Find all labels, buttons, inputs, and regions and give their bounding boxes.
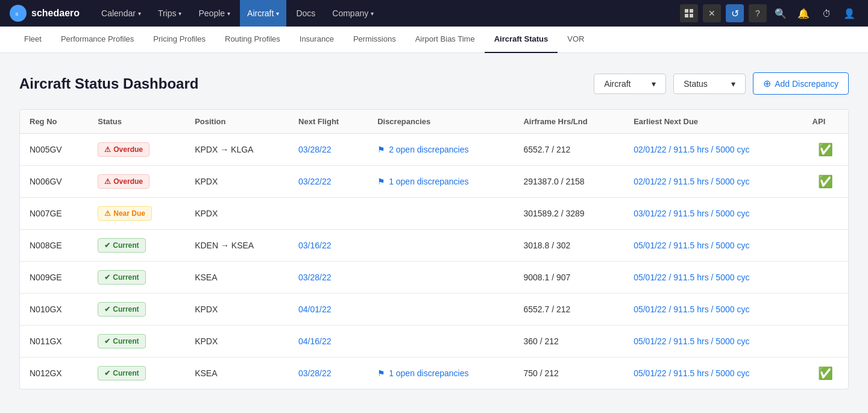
cell-earliest-next-due[interactable]: 05/01/22 / 911.5 hrs / 5000 cyc — [624, 294, 802, 326]
cell-api: ✅ — [803, 134, 848, 166]
status-badge: ✔ Current — [98, 366, 145, 380]
cell-status: ✔ Current — [88, 230, 185, 262]
sub-nav-vor[interactable]: VOR — [558, 27, 594, 53]
cell-earliest-next-due[interactable]: 05/01/22 / 911.5 hrs / 5000 cyc — [624, 358, 802, 389]
cell-status: ⚠ Near Due — [88, 198, 185, 230]
check-icon: ✔ — [104, 369, 110, 377]
due-date-link[interactable]: 02/01/22 / 911.5 hrs / 5000 cyc — [634, 177, 749, 186]
cell-position: KPDX — [185, 326, 289, 358]
col-airframe: Airframe Hrs/Lnd — [514, 110, 624, 134]
cell-next-flight[interactable]: 03/28/22 — [289, 134, 368, 166]
cell-position: KSEA — [185, 358, 289, 389]
status-badge: ✔ Current — [98, 270, 145, 285]
col-next-flight: Next Flight — [289, 110, 368, 134]
cell-earliest-next-due[interactable]: 05/01/22 / 911.5 hrs / 5000 cyc — [624, 262, 802, 294]
cell-discrepancies — [368, 326, 514, 358]
cell-discrepancies[interactable]: ⚑ 1 open discrepancies — [368, 166, 514, 198]
table-row: N009GE✔ CurrentKSEA03/28/229008.1 / 9070… — [20, 262, 848, 294]
close-icon-btn[interactable]: ✕ — [703, 4, 721, 22]
next-flight-link[interactable]: 03/28/22 — [298, 368, 332, 378]
sub-nav-fleet[interactable]: Fleet — [14, 27, 51, 53]
add-discrepancy-button[interactable]: ⊕ Add Discrepancy — [753, 72, 849, 95]
cell-api — [803, 294, 848, 326]
logo[interactable]: s schedaero — [10, 5, 80, 22]
bell-icon-btn[interactable]: 🔔 — [794, 4, 813, 22]
refresh-icon: ↺ — [731, 8, 739, 19]
warning-icon: ⚠ — [104, 145, 111, 154]
cell-reg-no: N011GX — [20, 326, 88, 358]
aircraft-dropdown[interactable]: Aircraft ▾ — [594, 74, 666, 94]
sub-nav-insurance[interactable]: Insurance — [290, 27, 344, 53]
cell-next-flight[interactable]: 03/22/22 — [289, 166, 368, 198]
cell-next-flight[interactable]: 03/28/22 — [289, 262, 368, 294]
bell-icon: 🔔 — [797, 8, 810, 19]
sub-nav-performance[interactable]: Performance Profiles — [51, 27, 143, 53]
due-date-link[interactable]: 02/01/22 / 911.5 hrs / 5000 cyc — [634, 145, 749, 154]
cell-next-flight[interactable]: 04/16/22 — [289, 326, 368, 358]
cell-discrepancies[interactable]: ⚑ 1 open discrepancies — [368, 358, 514, 389]
cell-api: ✅ — [803, 358, 848, 389]
due-date-link[interactable]: 05/01/22 / 911.5 hrs / 5000 cyc — [634, 273, 749, 282]
page-title: Aircraft Status Dashboard — [19, 75, 198, 92]
discrepancy-link[interactable]: ⚑ 1 open discrepancies — [377, 368, 504, 378]
cell-discrepancies — [368, 230, 514, 262]
cell-earliest-next-due[interactable]: 05/01/22 / 911.5 hrs / 5000 cyc — [624, 230, 802, 262]
table-row: N011GX✔ CurrentKPDX04/16/22360 / 21205/0… — [20, 326, 848, 358]
cell-earliest-next-due[interactable]: 02/01/22 / 911.5 hrs / 5000 cyc — [624, 134, 802, 166]
next-flight-link[interactable]: 03/22/22 — [298, 177, 332, 186]
cell-discrepancies[interactable]: ⚑ 2 open discrepancies — [368, 134, 514, 166]
cell-next-flight[interactable]: 03/16/22 — [289, 230, 368, 262]
grid-icon-btn[interactable] — [680, 4, 698, 22]
cell-reg-no: N007GE — [20, 198, 88, 230]
due-date-link[interactable]: 03/01/22 / 911.5 hrs / 5000 cyc — [634, 209, 749, 218]
status-badge: ⚠ Overdue — [98, 174, 149, 189]
next-flight-link[interactable]: 03/28/22 — [298, 145, 332, 154]
help-icon-btn[interactable]: ? — [749, 4, 767, 22]
cell-reg-no: N006GV — [20, 166, 88, 198]
user-icon-btn[interactable]: 👤 — [840, 4, 858, 22]
status-dropdown[interactable]: Status ▾ — [673, 74, 746, 94]
sub-nav-routing[interactable]: Routing Profiles — [215, 27, 290, 53]
search-icon-btn[interactable]: 🔍 — [772, 4, 790, 22]
sub-nav-airport-bias[interactable]: Airport Bias Time — [406, 27, 485, 53]
chevron-down-icon: ▾ — [178, 10, 181, 17]
due-date-link[interactable]: 05/01/22 / 911.5 hrs / 5000 cyc — [634, 336, 749, 346]
refresh-icon-btn[interactable]: ↺ — [726, 4, 744, 22]
nav-right-icons: ✕ ↺ ? 🔍 🔔 ⏱ 👤 — [680, 4, 858, 22]
nav-docs[interactable]: Docs — [289, 0, 322, 27]
cell-earliest-next-due[interactable]: 03/01/22 / 911.5 hrs / 5000 cyc — [624, 198, 802, 230]
flag-icon: ⚑ — [377, 145, 385, 154]
due-date-link[interactable]: 05/01/22 / 911.5 hrs / 5000 cyc — [634, 368, 749, 378]
flag-icon: ⚑ — [377, 368, 385, 378]
cell-api — [803, 262, 848, 294]
cell-next-flight[interactable]: 03/28/22 — [289, 358, 368, 389]
nav-aircraft[interactable]: Aircraft ▾ — [240, 0, 286, 27]
next-flight-link[interactable]: 04/01/22 — [298, 304, 332, 314]
warning-icon: ⚠ — [104, 177, 111, 186]
history-icon-btn[interactable]: ⏱ — [817, 4, 835, 22]
next-flight-link[interactable]: 03/28/22 — [298, 273, 332, 282]
next-flight-link[interactable]: 03/16/22 — [298, 241, 332, 250]
discrepancy-link[interactable]: ⚑ 1 open discrepancies — [377, 177, 504, 186]
sub-nav-aircraft-status[interactable]: Aircraft Status — [485, 27, 558, 53]
cell-status: ✔ Current — [88, 326, 185, 358]
nav-people[interactable]: People ▾ — [191, 0, 237, 27]
cell-earliest-next-due[interactable]: 02/01/22 / 911.5 hrs / 5000 cyc — [624, 166, 802, 198]
sub-nav-permissions[interactable]: Permissions — [344, 27, 406, 53]
cell-earliest-next-due[interactable]: 05/01/22 / 911.5 hrs / 5000 cyc — [624, 326, 802, 358]
nav-calendar[interactable]: Calendar ▾ — [94, 0, 148, 27]
nav-trips[interactable]: Trips ▾ — [151, 0, 189, 27]
discrepancy-link[interactable]: ⚑ 2 open discrepancies — [377, 145, 504, 154]
next-flight-link[interactable]: 04/16/22 — [298, 336, 332, 346]
warning-icon: ⚠ — [104, 209, 111, 218]
col-discrepancies: Discrepancies — [368, 110, 514, 134]
sub-nav-pricing[interactable]: Pricing Profiles — [143, 27, 215, 53]
cell-position: KDEN → KSEA — [185, 230, 289, 262]
due-date-link[interactable]: 05/01/22 / 911.5 hrs / 5000 cyc — [634, 241, 749, 250]
chevron-down-icon: ▾ — [371, 10, 374, 17]
cell-next-flight[interactable]: 04/01/22 — [289, 294, 368, 326]
plus-icon: ⊕ — [763, 78, 771, 89]
due-date-link[interactable]: 05/01/22 / 911.5 hrs / 5000 cyc — [634, 304, 749, 314]
cell-status: ✔ Current — [88, 262, 185, 294]
nav-company[interactable]: Company ▾ — [325, 0, 381, 27]
